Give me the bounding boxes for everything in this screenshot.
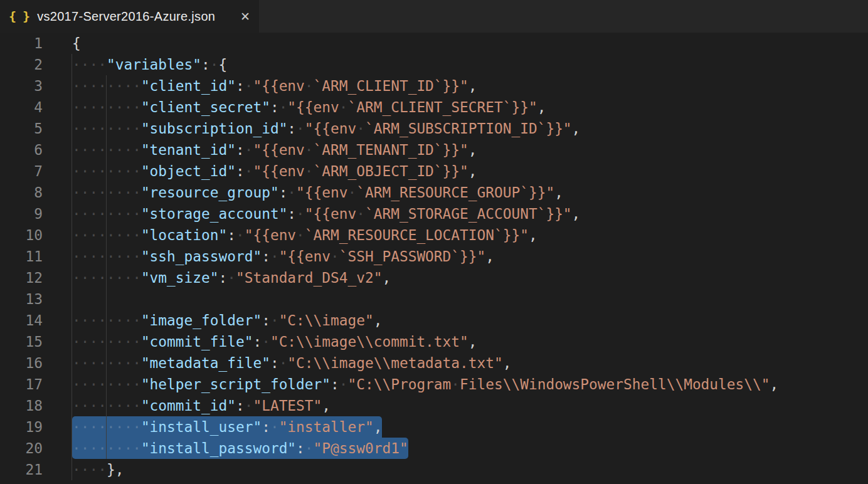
whitespace-dot: · [279,355,288,371]
whitespace-dot: · [89,461,98,478]
line-number[interactable]: 19 [0,416,43,438]
whitespace-dot: · [115,163,124,179]
code-line[interactable]: 3········"client_id":·"{{env·`ARM_CLIENT… [0,75,868,97]
line-number[interactable]: 3 [0,75,43,97]
indent-guide [106,352,107,374]
whitespace-dot: · [98,440,107,456]
token-punc: , [529,227,537,243]
token-key: "client_id" [141,78,236,94]
token-ws: · [279,99,288,115]
line-number[interactable]: 5 [0,118,43,139]
whitespace-dot: · [81,376,90,392]
token-punc: { [72,35,81,51]
code-line-content: ········"location":·"{{env·`ARM_RESOURCE… [72,224,537,246]
code-line[interactable]: 8········"resource_group":·"{{env·`ARM_R… [0,182,868,203]
indent-guide [71,310,72,331]
indent-guide [106,416,107,438]
indent-guide [106,139,107,160]
code-line[interactable]: 10········"location":·"{{env·`ARM_RESOUR… [0,224,868,246]
whitespace-dot: · [339,99,348,115]
code-line[interactable]: 6········"tenant_id":·"{{env·`ARM_TENANT… [0,139,868,160]
token-key: "metadata_file" [141,355,270,371]
whitespace-dot: · [339,376,348,392]
line-number[interactable]: 17 [0,374,43,395]
code-line[interactable]: 20········"install_password":·"P@ssw0rd1… [0,438,868,459]
code-line[interactable]: 21····}, [0,459,868,480]
whitespace-dot: · [72,270,81,286]
token-key: "object_id" [141,163,236,179]
code-line[interactable]: 13 [0,288,868,310]
token-ws: · [270,248,279,265]
token-val: "{{env·`ARM_RESOURCE_GROUP`}}" [296,184,554,201]
line-number[interactable]: 8 [0,182,43,203]
line-number[interactable]: 9 [0,203,43,224]
whitespace-dot: · [72,397,81,414]
code-line[interactable]: 12········"vm_size":·"Standard_DS4_v2", [0,267,868,288]
token-ws: · [296,120,305,137]
line-number[interactable]: 20 [0,438,43,459]
line-number[interactable]: 1 [0,33,43,54]
line-number[interactable]: 7 [0,160,43,182]
whitespace-dot: · [72,334,81,350]
code-line[interactable]: 18········"commit_id":·"LATEST", [0,395,868,416]
code-line[interactable]: 17········"helper_script_folder":·"C:\\P… [0,374,868,395]
indent-guide [106,118,107,139]
code-line-content: ········"resource_group":·"{{env·`ARM_RE… [72,182,563,203]
code-line[interactable]: 16········"metadata_file":·"C:\\image\\m… [0,352,868,374]
line-number[interactable]: 21 [0,459,43,480]
code-editor[interactable]: 1{2····"variables":·{3········"client_id… [0,33,868,480]
line-number[interactable]: 15 [0,331,43,352]
whitespace-dot: · [81,78,90,94]
indent-guide [106,374,107,395]
whitespace-dot: · [115,142,124,158]
whitespace-dot: · [72,355,81,371]
tab-vs2017-server2016-azure-json[interactable]: { } vs2017-Server2016-Azure.json ✕ [0,0,259,33]
whitespace-dot: · [107,142,115,158]
whitespace-dot: · [331,248,339,265]
whitespace-dot: · [81,227,90,243]
line-number[interactable]: 10 [0,224,43,246]
code-line[interactable]: 2····"variables":·{ [0,54,868,75]
line-number[interactable]: 11 [0,246,43,267]
line-number[interactable]: 14 [0,310,43,331]
whitespace-dot: · [72,248,81,265]
whitespace-dot: · [132,440,141,456]
token-key: "storage_account" [141,206,287,222]
line-number[interactable]: 16 [0,352,43,374]
code-line[interactable]: 11········"ssh_password":·"{{env·`SSH_PA… [0,246,868,267]
code-line[interactable]: 14········"image_folder":·"C:\\image", [0,310,868,331]
code-line[interactable]: 4········"client_secret":·"{{env·`ARM_CL… [0,97,868,118]
whitespace-dot: · [279,99,288,115]
whitespace-dot: · [305,78,314,94]
line-number[interactable]: 13 [0,288,43,310]
code-line[interactable]: 19········"install_user":·"installer", [0,416,868,438]
code-line[interactable]: 9········"storage_account":·"{{env·`ARM_… [0,203,868,224]
token-ws: · [270,419,279,435]
whitespace-dot: · [115,78,124,94]
code-line[interactable]: 1{ [0,33,868,54]
whitespace-dot: · [98,270,107,286]
token-val: "C:\\image\\commit.txt" [270,334,468,350]
line-number[interactable]: 4 [0,97,43,118]
line-number[interactable]: 2 [0,54,43,75]
token-val: "{{env·`ARM_RESOURCE_LOCATION`}}" [245,227,529,243]
code-line[interactable]: 7········"object_id":·"{{env·`ARM_OBJECT… [0,160,868,182]
close-icon[interactable]: ✕ [240,9,250,23]
token-punc: : [236,142,245,158]
whitespace-dot: · [107,78,115,94]
whitespace-dot: · [107,355,115,371]
token-val: "C:\\image\\metadata.txt" [287,355,502,371]
token-val: "installer" [279,419,374,435]
code-line[interactable]: 5········"subscription_id":·"{{env·`ARM_… [0,118,868,139]
token-punc: : [331,376,339,392]
line-number[interactable]: 6 [0,139,43,160]
line-number[interactable]: 12 [0,267,43,288]
whitespace-dot: · [81,461,90,478]
line-number[interactable]: 18 [0,395,43,416]
indent-guide [71,160,72,182]
code-line[interactable]: 15········"commit_file":·"C:\\image\\com… [0,331,868,352]
token-punc: : [296,440,305,456]
whitespace-dot: · [356,120,365,137]
token-punc: , [382,270,391,286]
whitespace-dot: · [115,397,124,414]
